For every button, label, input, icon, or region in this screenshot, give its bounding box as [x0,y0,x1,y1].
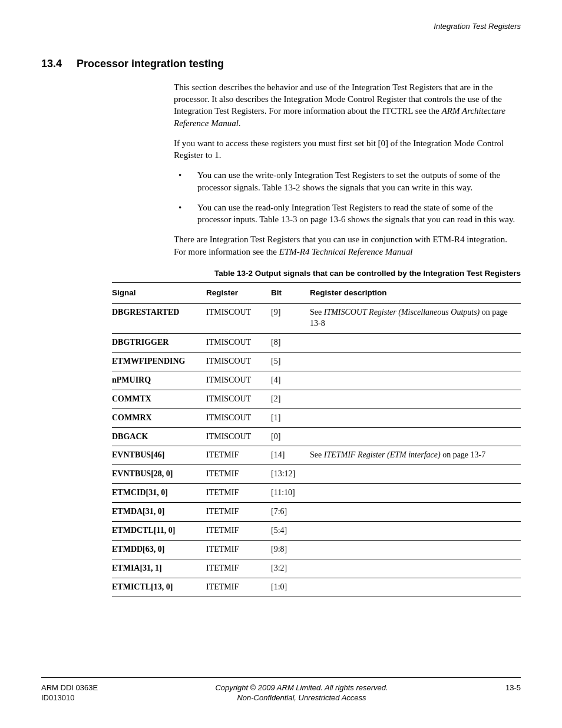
copyright: Copyright © 2009 ARM Limited. All rights… [98,683,505,693]
table-row: EVNTBUS[28, 0]ITETMIF[13:12] [112,465,521,484]
table-header-row: Signal Register Bit Register description [112,283,521,304]
table-row: ETMDA[31, 0]ITETMIF[7:6] [112,503,521,522]
cell-description [310,352,521,371]
page: Integration Test Registers 13.4 Processo… [0,0,562,728]
bullet-item: You can use the read-only Integration Te… [174,202,521,226]
page-footer: ARM DDI 0363E ID013010 Copyright © 2009 … [41,677,521,703]
signals-table: Signal Register Bit Register description… [112,282,521,597]
col-desc: Register description [310,283,521,304]
table-row: COMMTXITMISCOUT[2] [112,390,521,409]
cell-register: ITMISCOUT [206,334,271,353]
cell-bit: [5:4] [271,521,310,540]
cell-description [310,409,521,427]
access-note: If you want to access these registers yo… [174,137,521,162]
cell-description [310,540,521,559]
cell-signal: ETMWFIPENDING [112,352,206,371]
cell-bit: [11:10] [271,484,310,503]
cell-description [310,503,521,522]
cell-bit: [1:0] [271,578,310,597]
cell-register: ITETMIF [206,540,271,559]
classification: Non-Confidential, Unrestricted Access [98,693,505,703]
footer-center: Copyright © 2009 ARM Limited. All rights… [98,683,505,703]
body: This section describes the behavior and … [174,81,521,258]
cell-register: ITETMIF [206,578,271,597]
cell-description [310,578,521,597]
cell-bit: [7:6] [271,503,310,522]
text: See [310,450,324,459]
doc-ref: ITETMIF Register (ETM interface) [324,450,441,459]
cell-description: See ITETMIF Register (ETM interface) on … [310,446,521,465]
cell-signal: ETMICTL[13, 0] [112,578,206,597]
cell-bit: [1] [271,409,310,427]
cell-bit: [9] [271,304,310,334]
cell-bit: [5] [271,352,310,371]
doc-id: ARM DDI 0363E [41,683,98,693]
cell-description [310,521,521,540]
col-bit: Bit [271,283,310,304]
cell-bit: [13:12] [271,465,310,484]
build-id: ID013010 [41,693,98,703]
table-row: DBGRESTARTEDITMISCOUT[9]See ITMISCOUT Re… [112,304,521,334]
table-caption: Table 13-2 Output signals that can be co… [112,268,521,279]
cell-description: See ITMISCOUT Register (Miscellaneous Ou… [310,304,521,334]
cell-description [310,390,521,409]
table-row: DBGACKITMISCOUT[0] [112,427,521,446]
cell-bit: [2] [271,390,310,409]
etm-note: There are Integration Test Registers tha… [174,233,521,258]
cell-description [310,484,521,503]
table-row: ETMIA[31, 1]ITETMIF[3:2] [112,559,521,578]
cell-register: ITMISCOUT [206,390,271,409]
cell-signal: ETMDCTL[11, 0] [112,521,206,540]
cell-signal: EVNTBUS[46] [112,446,206,465]
cell-bit: [14] [271,446,310,465]
cell-bit: [9:8] [271,540,310,559]
section-number: 13.4 [41,57,77,71]
cell-register: ITETMIF [206,559,271,578]
table-row: ETMICTL[13, 0]ITETMIF[1:0] [112,578,521,597]
cell-register: ITETMIF [206,503,271,522]
cell-signal: EVNTBUS[28, 0] [112,465,206,484]
cell-description [310,371,521,390]
running-head: Integration Test Registers [41,21,521,32]
cell-register: ITETMIF [206,521,271,540]
cell-signal: ETMIA[31, 1] [112,559,206,578]
cell-signal: DBGACK [112,427,206,446]
cell-bit: [4] [271,371,310,390]
bullet-list: You can use the write-only Integration T… [174,169,521,225]
cell-description [310,465,521,484]
cell-register: ITMISCOUT [206,427,271,446]
cell-register: ITMISCOUT [206,371,271,390]
cell-signal: DBGRESTARTED [112,304,206,334]
cell-signal: COMMTX [112,390,206,409]
cell-register: ITMISCOUT [206,409,271,427]
cell-signal: ETMCID[31, 0] [112,484,206,503]
section-title: Processor integration testing [77,57,224,71]
cell-signal: ETMDD[63, 0] [112,540,206,559]
table-row: EVNTBUS[46]ITETMIF[14]See ITETMIF Regist… [112,446,521,465]
text: . [239,118,241,128]
cell-register: ITMISCOUT [206,352,271,371]
cell-register: ITETMIF [206,484,271,503]
cell-register: ITETMIF [206,465,271,484]
col-register: Register [206,283,271,304]
table-section: Table 13-2 Output signals that can be co… [112,268,521,597]
cell-signal: nPMUIRQ [112,371,206,390]
col-signal: Signal [112,283,206,304]
table-row: nPMUIRQITMISCOUT[4] [112,371,521,390]
cell-register: ITMISCOUT [206,304,271,334]
table-row: ETMWFIPENDINGITMISCOUT[5] [112,352,521,371]
cell-description [310,427,521,446]
intro-paragraph: This section describes the behavior and … [174,81,521,129]
table-row: ETMCID[31, 0]ITETMIF[11:10] [112,484,521,503]
bullet-item: You can use the write-only Integration T… [174,169,521,193]
table-row: DBGTRIGGERITMISCOUT[8] [112,334,521,353]
table-row: COMMRXITMISCOUT[1] [112,409,521,427]
doc-ref: ETM-R4 Technical Reference Manual [279,247,413,256]
cell-signal: COMMRX [112,409,206,427]
section-heading: 13.4 Processor integration testing [41,57,521,71]
cell-bit: [0] [271,427,310,446]
cell-description [310,334,521,353]
cell-description [310,559,521,578]
table-row: ETMDCTL[11, 0]ITETMIF[5:4] [112,521,521,540]
doc-ref: ITMISCOUT Register (Miscellaneous Output… [324,308,480,317]
